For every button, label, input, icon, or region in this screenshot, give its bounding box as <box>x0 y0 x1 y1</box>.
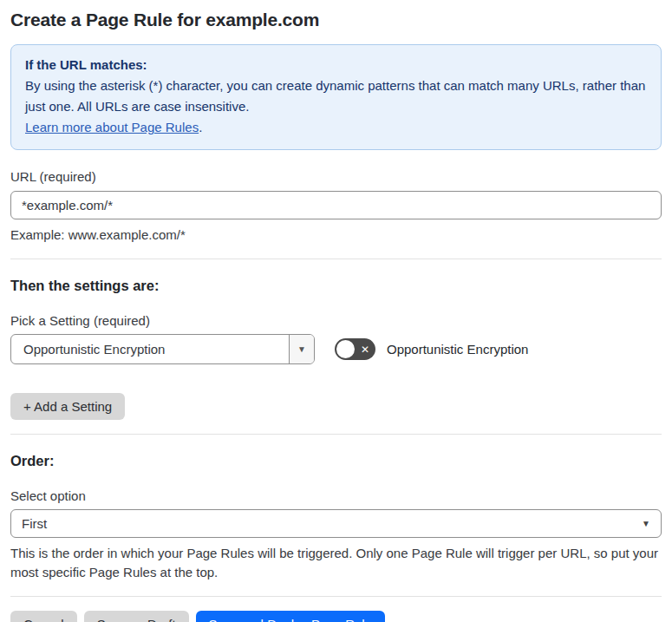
settings-section-heading: Then the settings are: <box>10 278 662 294</box>
order-section-heading: Order: <box>10 453 662 469</box>
order-select-value: First <box>22 516 47 531</box>
info-box-heading: If the URL matches: <box>25 55 647 75</box>
toggle-off-x-icon: ✕ <box>361 344 369 355</box>
cancel-button[interactable]: Cancel <box>10 611 77 622</box>
form-actions: Cancel Save as Draft Save and Deploy Pag… <box>10 611 662 622</box>
chevron-down-icon: ▼ <box>297 344 306 354</box>
setting-dropdown-value: Opportunistic Encryption <box>11 335 289 363</box>
pick-setting-label: Pick a Setting (required) <box>10 313 662 328</box>
setting-dropdown-button[interactable]: ▼ <box>289 335 314 363</box>
learn-more-link[interactable]: Learn more about Page Rules <box>25 120 199 134</box>
divider <box>10 259 662 259</box>
page-title: Create a Page Rule for example.com <box>10 10 662 30</box>
url-input[interactable] <box>10 191 662 219</box>
url-field-label: URL (required) <box>10 169 662 184</box>
order-select[interactable]: First ▼ <box>10 509 662 538</box>
url-example-helper: Example: www.example.com/* <box>10 226 662 245</box>
save-and-deploy-button[interactable]: Save and Deploy Page Rule <box>196 611 385 622</box>
info-box-body: By using the asterisk (*) character, you… <box>25 75 647 138</box>
page-rule-form: Create a Page Rule for example.com If th… <box>0 10 672 622</box>
toggle-knob <box>336 340 355 358</box>
divider <box>10 596 662 597</box>
chevron-down-icon: ▼ <box>642 519 650 528</box>
link-suffix: . <box>199 120 202 134</box>
opportunistic-encryption-toggle[interactable]: ✕ <box>335 338 375 360</box>
setting-dropdown[interactable]: Opportunistic Encryption ▼ <box>10 334 315 364</box>
toggle-label: Opportunistic Encryption <box>387 342 528 357</box>
setting-row: Opportunistic Encryption ▼ ✕ Opportunist… <box>10 334 662 364</box>
add-setting-button[interactable]: + Add a Setting <box>10 393 125 420</box>
order-helper-text: This is the order in which your Page Rul… <box>10 544 662 582</box>
url-match-info-box: If the URL matches: By using the asteris… <box>10 44 662 150</box>
divider <box>10 434 662 435</box>
order-select-label: Select option <box>10 488 662 503</box>
save-as-draft-button[interactable]: Save as Draft <box>84 611 189 622</box>
